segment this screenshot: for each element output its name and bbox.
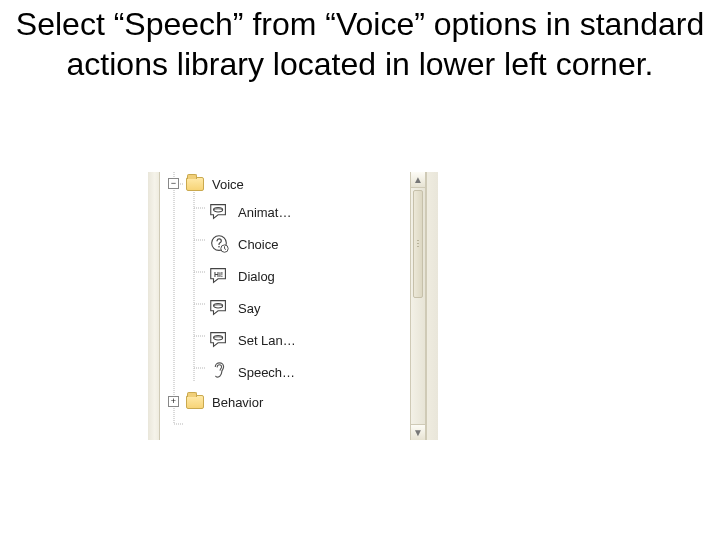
folder-label: Behavior bbox=[212, 395, 263, 410]
tree-item-set-language[interactable]: Set Lan… bbox=[164, 324, 410, 356]
folder-label: Voice bbox=[212, 177, 244, 192]
folder-icon bbox=[186, 395, 204, 409]
ear-icon bbox=[208, 361, 230, 383]
panel-left-border bbox=[148, 172, 160, 440]
tree-item-label: Animat… bbox=[238, 205, 291, 220]
scroll-up-arrow-icon[interactable]: ▲ bbox=[411, 172, 425, 188]
scroll-down-arrow-icon[interactable]: ▼ bbox=[411, 424, 425, 440]
tree-item-label: Choice bbox=[238, 237, 278, 252]
tree-folder-voice[interactable]: Voice bbox=[164, 172, 410, 196]
speech-bubble-lips-icon bbox=[208, 297, 230, 319]
instruction-text: Select “Speech” from “Voice” options in … bbox=[0, 0, 720, 84]
tree-item-label: Say bbox=[238, 301, 260, 316]
folder-icon bbox=[186, 177, 204, 191]
tree-item-say[interactable]: Say bbox=[164, 292, 410, 324]
svg-text:Hi!: Hi! bbox=[214, 271, 223, 278]
expander-plus-icon[interactable] bbox=[168, 396, 179, 407]
speech-bubble-hi-icon: Hi! bbox=[208, 265, 230, 287]
tree-item-dialog[interactable]: Hi! Dialog bbox=[164, 260, 410, 292]
tree-item-speech[interactable]: Speech… bbox=[164, 356, 410, 388]
scroll-thumb[interactable] bbox=[413, 190, 423, 298]
tree-item-label: Set Lan… bbox=[238, 333, 296, 348]
vertical-scrollbar[interactable]: ▲ ▼ bbox=[410, 172, 426, 440]
tree-folder-behavior[interactable]: Behavior bbox=[164, 388, 410, 416]
panel-right-border bbox=[426, 172, 438, 440]
actions-library-panel: Voice Animat… Choice Hi! Dialog Say bbox=[148, 172, 438, 440]
tree-view[interactable]: Voice Animat… Choice Hi! Dialog Say bbox=[164, 172, 410, 440]
question-clock-icon bbox=[208, 233, 230, 255]
tree-item-animat[interactable]: Animat… bbox=[164, 196, 410, 228]
tree-item-label: Dialog bbox=[238, 269, 275, 284]
tree-item-label: Speech… bbox=[238, 365, 295, 380]
tree-item-choice[interactable]: Choice bbox=[164, 228, 410, 260]
expander-minus-icon[interactable] bbox=[168, 178, 179, 189]
svg-point-12 bbox=[218, 246, 220, 248]
speech-bubble-lips-icon bbox=[208, 329, 230, 351]
speech-bubble-lips-icon bbox=[208, 201, 230, 223]
